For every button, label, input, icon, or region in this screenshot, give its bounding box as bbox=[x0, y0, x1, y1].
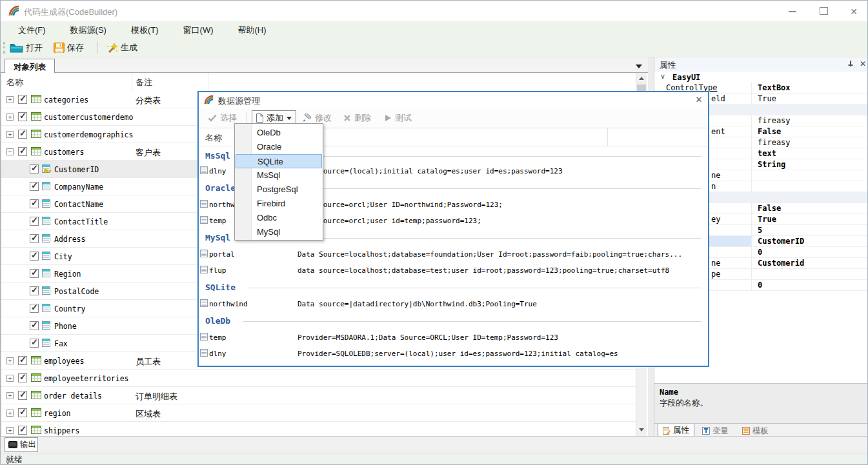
checkbox[interactable]: ✓ bbox=[18, 95, 27, 104]
maximize-button[interactable] bbox=[812, 5, 834, 19]
menu-item-help[interactable]: 帮助(H) bbox=[228, 21, 276, 38]
tree-row[interactable]: +✓employeeterritories bbox=[1, 370, 636, 387]
checkbox[interactable]: ✓ bbox=[30, 286, 39, 295]
checkmark-icon: ✓ bbox=[31, 268, 38, 277]
checkbox[interactable]: ✓ bbox=[18, 373, 27, 382]
checkbox[interactable]: ✓ bbox=[30, 269, 39, 278]
checkbox[interactable]: ✓ bbox=[30, 217, 39, 226]
property-value: 5 bbox=[751, 225, 868, 235]
datasource-row[interactable]: tempProvider=MSDAORA.1;Data Source=ORCL;… bbox=[199, 330, 708, 346]
checkbox[interactable]: ✓ bbox=[18, 112, 27, 121]
menu-item-oracle[interactable]: Oracle bbox=[236, 140, 322, 154]
checkbox[interactable]: ✓ bbox=[30, 164, 39, 173]
toolbar-button-save[interactable]: 保存 bbox=[51, 40, 86, 55]
expand-plus-icon[interactable]: + bbox=[6, 131, 14, 138]
pin-icon[interactable] bbox=[847, 60, 856, 69]
titlebar: 代码生成器(CodeBuilder) ✕ bbox=[1, 1, 868, 21]
property-value: CustomerID bbox=[751, 236, 868, 246]
app-window: 代码生成器(CodeBuilder) ✕ 文件(F)数据源(S)模板(T)窗口(… bbox=[0, 0, 868, 465]
checkmark-icon: ✓ bbox=[19, 372, 26, 382]
menu-item-firebird[interactable]: Firebird bbox=[236, 197, 322, 211]
tree-row[interactable]: +✓order details订单明细表 bbox=[1, 387, 636, 404]
tab-label: 变量 bbox=[712, 426, 729, 437]
property-description: Name 字段的名称。 bbox=[654, 383, 868, 423]
property-value bbox=[751, 181, 868, 192]
close-button[interactable]: ✕ bbox=[843, 5, 865, 19]
checkbox[interactable]: ✓ bbox=[30, 339, 39, 348]
scroll-up-icon[interactable] bbox=[636, 73, 647, 84]
datasource-row[interactable]: northwindData source=|datadirectory|db\N… bbox=[199, 296, 708, 312]
properties-close-icon[interactable]: ✕ bbox=[860, 59, 866, 68]
table-icon bbox=[31, 408, 41, 417]
checkbox[interactable]: ✓ bbox=[18, 130, 27, 139]
datasource-row[interactable]: flupdata source=localhost;database=test;… bbox=[199, 262, 708, 279]
chevron-down-icon[interactable]: ∨ bbox=[660, 72, 665, 81]
datasource-row[interactable]: dlnyProvider=SQLOLEDB;server=(local);use… bbox=[199, 346, 708, 362]
checkmark-icon: ✓ bbox=[31, 250, 38, 260]
tree-item-name: Fax bbox=[54, 339, 68, 348]
tab-object-list[interactable]: 对象列表 bbox=[5, 59, 55, 73]
property-group-easyui[interactable]: ∨ EasyUI bbox=[654, 72, 868, 83]
tree-item-name: customerdemographics bbox=[44, 130, 133, 139]
expand-plus-icon[interactable]: + bbox=[6, 357, 14, 364]
toolbar-button-generate[interactable]: 生成 bbox=[104, 40, 140, 55]
expand-plus-icon[interactable]: + bbox=[6, 96, 14, 103]
expand-plus-icon[interactable]: + bbox=[6, 410, 14, 417]
tree-item-name: CustomerID bbox=[54, 165, 99, 174]
menu-item-mssql[interactable]: MsSql bbox=[236, 168, 322, 183]
column-icon bbox=[42, 304, 50, 312]
scroll-down-icon[interactable] bbox=[636, 424, 647, 435]
checkbox[interactable]: ✓ bbox=[18, 147, 27, 156]
tpl-tab-icon bbox=[742, 427, 750, 435]
tree-item-remark: 分类表 bbox=[136, 95, 161, 106]
expand-plus-icon[interactable]: + bbox=[6, 427, 14, 434]
menu-item-datasource[interactable]: 数据源(S) bbox=[61, 21, 116, 38]
checkbox[interactable]: ✓ bbox=[18, 426, 27, 435]
expand-plus-icon[interactable]: + bbox=[6, 375, 14, 382]
toolbar-button-label: 生成 bbox=[121, 42, 137, 54]
toolbar-button-open[interactable]: 打开 bbox=[7, 40, 45, 55]
tree-row[interactable]: +✓shippers bbox=[1, 422, 636, 436]
menu-item-file[interactable]: 文件(F) bbox=[8, 21, 56, 38]
tree-item-name: CompanyName bbox=[54, 183, 103, 192]
checkbox[interactable]: ✓ bbox=[30, 182, 39, 191]
checkbox[interactable]: ✓ bbox=[18, 408, 27, 417]
menu-item-template[interactable]: 模板(T) bbox=[121, 21, 168, 38]
tree-item-name: customers bbox=[44, 148, 84, 157]
folder-icon bbox=[10, 43, 23, 53]
tabstrip-dropdown-icon[interactable] bbox=[633, 62, 645, 71]
expand-plus-icon[interactable]: + bbox=[6, 114, 14, 121]
tree-item-name: PostalCode bbox=[54, 287, 99, 296]
checkbox[interactable]: ✓ bbox=[30, 321, 39, 330]
property-value bbox=[751, 269, 868, 279]
menu-item-postgresql[interactable]: PostgreSql bbox=[236, 183, 322, 197]
tree-row[interactable]: +✓region区域表 bbox=[1, 404, 636, 422]
checkmark-icon: ✓ bbox=[19, 111, 26, 121]
collapse-minus-icon[interactable]: − bbox=[6, 148, 14, 155]
datasource-group-label: OleDb bbox=[205, 316, 230, 326]
property-value: False bbox=[751, 203, 868, 213]
checkmark-icon: ✓ bbox=[31, 233, 38, 242]
tree-item-name: ContactName bbox=[54, 200, 103, 209]
checkbox[interactable]: ✓ bbox=[30, 252, 39, 261]
datasource-row[interactable]: portalData Source=localhost;database=fou… bbox=[199, 246, 708, 262]
expand-plus-icon[interactable]: + bbox=[6, 392, 14, 399]
menu-item-sqlite[interactable]: SQLite bbox=[236, 154, 322, 168]
datasource-group: OleDb bbox=[199, 312, 708, 330]
tab-output[interactable]: 输出 bbox=[5, 437, 38, 452]
minimize-button[interactable] bbox=[782, 5, 803, 19]
checkbox[interactable]: ✓ bbox=[30, 199, 39, 208]
checkbox[interactable]: ✓ bbox=[18, 391, 27, 400]
tree-item-remark: 订单明细表 bbox=[136, 391, 177, 402]
checkbox[interactable]: ✓ bbox=[18, 356, 27, 365]
checkbox[interactable]: ✓ bbox=[30, 304, 39, 313]
menu-item-odbc[interactable]: Odbc bbox=[236, 211, 322, 225]
menu-item-mysql[interactable]: MySql bbox=[236, 225, 322, 239]
checkbox[interactable]: ✓ bbox=[30, 234, 39, 243]
var-tab-icon bbox=[702, 427, 710, 435]
tree-item-name: employeeterritories bbox=[44, 374, 129, 383]
menu-item-oledb[interactable]: OleDb bbox=[236, 126, 322, 140]
column-icon bbox=[42, 252, 50, 260]
checkmark-icon: ✓ bbox=[31, 337, 38, 347]
menu-item-window[interactable]: 窗口(W) bbox=[174, 21, 223, 38]
